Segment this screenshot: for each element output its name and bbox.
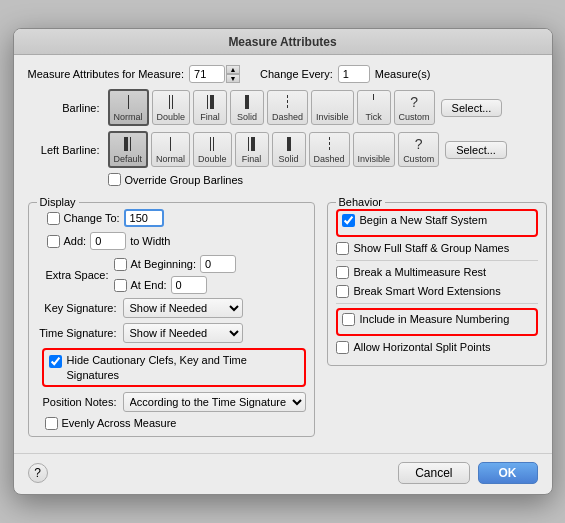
barline-normal[interactable]: Normal (108, 89, 149, 126)
break-smart-row: Break Smart Word Extensions (336, 284, 538, 298)
barline-invisible[interactable]: Invisible (311, 90, 354, 125)
include-measure-checkbox[interactable] (342, 313, 355, 326)
cautionary-box: Hide Cautionary Clefs, Key and Time Sign… (42, 348, 306, 387)
left-barline-label: Left Barline: (28, 144, 100, 156)
at-end-input[interactable] (171, 276, 207, 294)
display-group: Display Change To: Add: to Width (28, 202, 315, 437)
behavior-group: Behavior Begin a New Staff System Show F… (327, 202, 547, 366)
begin-staff-box: Begin a New Staff System (336, 209, 538, 236)
width-row: Change To: (47, 209, 306, 227)
measure-up-btn[interactable]: ▲ (226, 65, 240, 74)
evenly-label: Evenly Across Measure (62, 417, 177, 429)
evenly-checkbox[interactable] (45, 417, 58, 430)
key-sig-label: Key Signature: (37, 302, 117, 314)
override-label: Override Group Barlines (125, 174, 244, 186)
barline-tick[interactable]: Tick (357, 90, 391, 125)
measure-attributes-dialog: Measure Attributes Measure Attributes fo… (13, 28, 553, 495)
evenly-row: Evenly Across Measure (45, 417, 306, 430)
at-end-label: At End: (131, 279, 167, 291)
cancel-button[interactable]: Cancel (398, 462, 469, 484)
break-multimeasure-label: Break a Multimeasure Rest (354, 265, 487, 279)
show-full-names-row: Show Full Staff & Group Names (336, 241, 538, 255)
at-end-checkbox[interactable] (114, 279, 127, 292)
begin-staff-label: Begin a New Staff System (360, 213, 488, 227)
measure-down-btn[interactable]: ▼ (226, 74, 240, 83)
left-barline-custom[interactable]: ? Custom (398, 132, 439, 167)
key-sig-row: Key Signature: Show if Needed Always Sho… (37, 298, 306, 318)
measure-number-input[interactable] (189, 65, 225, 83)
barline-solid[interactable]: Solid (230, 90, 264, 125)
left-barline-final[interactable]: Final (235, 132, 269, 167)
time-sig-label: Time Signature: (37, 327, 117, 339)
footer: ? Cancel OK (14, 453, 552, 494)
barline-final[interactable]: Final (193, 90, 227, 125)
time-sig-row: Time Signature: Show if Needed Always Sh… (37, 323, 306, 343)
cautionary-checkbox[interactable] (49, 355, 62, 368)
help-button[interactable]: ? (28, 463, 48, 483)
show-full-names-label: Show Full Staff & Group Names (354, 241, 510, 255)
behavior-section: Behavior Begin a New Staff System Show F… (327, 194, 547, 437)
add-checkbox[interactable] (47, 235, 60, 248)
break-smart-checkbox[interactable] (336, 285, 349, 298)
position-notes-select[interactable]: According to the Time Signature Evenly A… (123, 392, 306, 412)
include-measure-box: Include in Measure Numbering (336, 308, 538, 335)
at-beginning-label: At Beginning: (131, 258, 196, 270)
width-checkbox[interactable] (47, 212, 60, 225)
show-full-names-checkbox[interactable] (336, 242, 349, 255)
begin-staff-checkbox[interactable] (342, 214, 355, 227)
break-smart-label: Break Smart Word Extensions (354, 284, 501, 298)
extra-space-label: Extra Space: (37, 269, 109, 281)
title-text: Measure Attributes (228, 35, 336, 49)
sections: Display Change To: Add: to Width (28, 194, 538, 437)
barline-double[interactable]: Double (152, 90, 191, 125)
left-barline-normal[interactable]: Normal (151, 132, 190, 167)
allow-horizontal-checkbox[interactable] (336, 341, 349, 354)
change-every-input[interactable] (338, 65, 370, 83)
left-barline-solid[interactable]: Solid (272, 132, 306, 167)
footer-buttons: Cancel OK (398, 462, 537, 484)
barline-section: Barline: Normal Double Final Solid (28, 89, 538, 126)
key-sig-select[interactable]: Show if Needed Always Show Never Show (123, 298, 243, 318)
allow-horizontal-row: Allow Horizontal Split Points (336, 340, 538, 354)
break-multimeasure-row: Break a Multimeasure Rest (336, 265, 538, 279)
change-to-label: Change To: (64, 212, 120, 224)
position-notes-label: Position Notes: (37, 396, 117, 408)
position-notes-row: Position Notes: According to the Time Si… (37, 392, 306, 412)
include-measure-row: Include in Measure Numbering (342, 312, 532, 326)
allow-horizontal-label: Allow Horizontal Split Points (354, 340, 491, 354)
left-barline-invisible[interactable]: Invisible (353, 132, 396, 167)
dialog-title: Measure Attributes (14, 29, 552, 55)
left-barline-section: Left Barline: Default Normal Double Fina… (28, 131, 538, 168)
add-label: Add: (64, 235, 87, 247)
left-barline-default[interactable]: Default (108, 131, 149, 168)
at-beginning-input[interactable] (200, 255, 236, 273)
ok-button[interactable]: OK (478, 462, 538, 484)
begin-staff-row: Begin a New Staff System (342, 213, 532, 227)
measures-label: Measure(s) (375, 68, 431, 80)
break-multimeasure-checkbox[interactable] (336, 266, 349, 279)
left-barline-double[interactable]: Double (193, 132, 232, 167)
left-barline-dashed[interactable]: Dashed (309, 132, 350, 167)
behavior-title: Behavior (336, 196, 385, 208)
display-title: Display (37, 196, 79, 208)
barline-custom[interactable]: ? Custom (394, 90, 435, 125)
change-every-label: Change Every: (260, 68, 333, 80)
left-barline-options: Default Normal Double Final Solid (108, 131, 440, 168)
add-input[interactable] (90, 232, 126, 250)
barline-dashed[interactable]: Dashed (267, 90, 308, 125)
time-sig-select[interactable]: Show if Needed Always Show Never Show (123, 323, 243, 343)
cautionary-label: Hide Cautionary Clefs, Key and Time Sign… (67, 353, 299, 382)
measure-for-label: Measure Attributes for Measure: (28, 68, 185, 80)
width-input[interactable] (124, 209, 164, 227)
barline-select-btn[interactable]: Select... (441, 99, 503, 117)
display-section: Display Change To: Add: to Width (28, 194, 315, 437)
add-row: Add: to Width (47, 232, 306, 250)
include-measure-label: Include in Measure Numbering (360, 312, 510, 326)
left-barline-select-btn[interactable]: Select... (445, 141, 507, 159)
at-beginning-checkbox[interactable] (114, 258, 127, 271)
barline-label: Barline: (28, 102, 100, 114)
to-width-label: to Width (130, 235, 170, 247)
override-checkbox[interactable] (108, 173, 121, 186)
barline-options: Normal Double Final Solid Dashed (108, 89, 435, 126)
override-row: Override Group Barlines (108, 173, 538, 186)
